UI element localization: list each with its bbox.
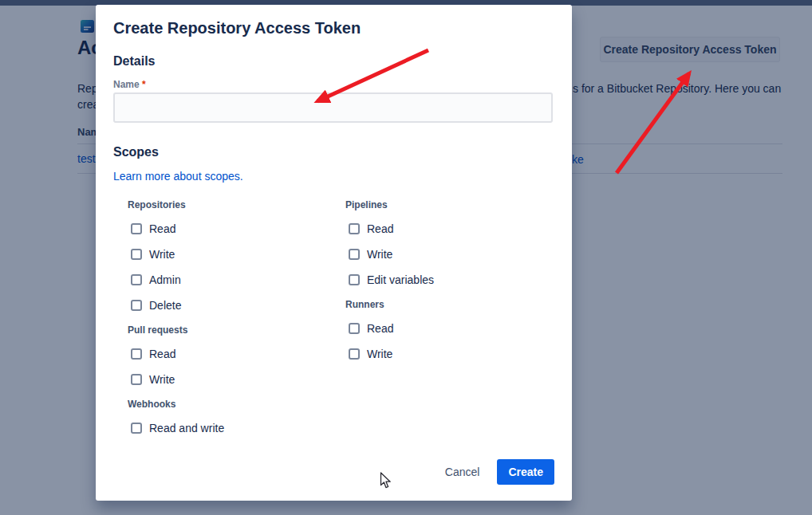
name-field-label: Name *: [113, 79, 146, 90]
scope-checkbox-pipelines-read[interactable]: Read: [349, 222, 545, 234]
checkbox-label: Read and write: [149, 422, 224, 434]
scope-checkbox-pull-requests-read[interactable]: Read: [131, 348, 327, 360]
name-field-label-text: Name: [113, 79, 140, 90]
checkbox-label: Read: [367, 222, 393, 235]
token-name-input[interactable]: [113, 92, 553, 123]
checkbox-icon[interactable]: [349, 223, 360, 234]
checkbox-label: Read: [149, 348, 175, 360]
scope-checkbox-pipelines-edit-variables[interactable]: Edit variables: [349, 273, 545, 285]
checkbox-label: Write: [149, 248, 175, 261]
required-asterisk: *: [142, 79, 146, 90]
scope-checkbox-runners-write[interactable]: Write: [349, 348, 545, 360]
scope-checkbox-repositories-admin[interactable]: Admin: [131, 273, 327, 285]
scope-group-label-webhooks: Webhooks: [128, 399, 327, 410]
scopes-column-right: Pipelines Read Write Edit variables Runn…: [345, 199, 545, 373]
create-button[interactable]: Create: [497, 459, 554, 485]
checkbox-label: Edit variables: [367, 273, 434, 286]
checkbox-icon[interactable]: [131, 374, 142, 385]
scope-checkbox-repositories-write[interactable]: Write: [131, 248, 327, 260]
details-section-heading: Details: [113, 54, 155, 69]
scopes-section-heading: Scopes: [113, 145, 159, 159]
checkbox-icon[interactable]: [349, 348, 360, 360]
scope-checkbox-repositories-delete[interactable]: Delete: [131, 299, 327, 311]
checkbox-label: Read: [367, 322, 393, 335]
checkbox-label: Write: [367, 348, 392, 360]
checkbox-label: Read: [149, 222, 175, 235]
dialog-footer: Cancel Create: [442, 459, 554, 485]
checkbox-label: Delete: [149, 299, 181, 312]
scope-checkbox-pipelines-write[interactable]: Write: [349, 248, 545, 260]
scope-group-label-repositories: Repositories: [128, 199, 327, 210]
scopes-column-left: Repositories Read Write Admin Delete Pul…: [128, 199, 327, 447]
checkbox-icon[interactable]: [131, 348, 142, 360]
checkbox-icon[interactable]: [131, 423, 142, 434]
cancel-button[interactable]: Cancel: [442, 461, 483, 483]
scope-checkbox-webhooks-read-and-write[interactable]: Read and write: [131, 422, 327, 434]
scope-group-label-runners: Runners: [345, 299, 545, 310]
checkbox-icon[interactable]: [349, 323, 360, 334]
checkbox-icon[interactable]: [131, 249, 142, 260]
create-repository-access-token-dialog: Create Repository Access Token Details N…: [96, 5, 572, 501]
checkbox-icon[interactable]: [131, 223, 142, 234]
checkbox-icon[interactable]: [349, 274, 360, 285]
scope-checkbox-runners-read[interactable]: Read: [349, 322, 545, 334]
scope-checkbox-pull-requests-write[interactable]: Write: [131, 373, 327, 385]
scopes-learn-more-link[interactable]: Learn more about scopes.: [113, 170, 243, 183]
checkbox-icon[interactable]: [131, 300, 142, 311]
checkbox-label: Admin: [149, 273, 181, 286]
scope-checkbox-repositories-read[interactable]: Read: [131, 222, 327, 234]
checkbox-label: Write: [149, 373, 175, 386]
dialog-title: Create Repository Access Token: [113, 19, 361, 37]
checkbox-label: Write: [367, 248, 392, 261]
checkbox-icon[interactable]: [349, 249, 360, 260]
scope-group-label-pull-requests: Pull requests: [128, 324, 327, 336]
checkbox-icon[interactable]: [131, 274, 142, 285]
scope-group-label-pipelines: Pipelines: [345, 199, 545, 210]
